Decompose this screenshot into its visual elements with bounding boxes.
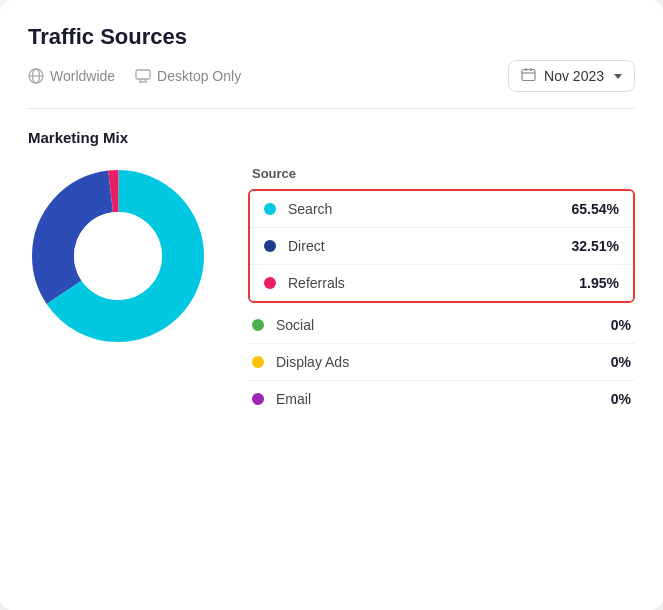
calendar-icon	[521, 67, 536, 85]
direct-label: Direct	[288, 238, 572, 254]
search-label: Search	[288, 201, 572, 217]
referrals-dot	[264, 277, 276, 289]
social-label: Social	[276, 317, 611, 333]
search-value: 65.54%	[572, 201, 619, 217]
desktop-icon	[135, 68, 151, 84]
page-title: Traffic Sources	[28, 24, 635, 50]
social-value: 0%	[611, 317, 631, 333]
filter-left: Worldwide Desktop Only	[28, 68, 241, 84]
display-ads-value: 0%	[611, 354, 631, 370]
date-picker-button[interactable]: Nov 2023	[508, 60, 635, 92]
date-label: Nov 2023	[544, 68, 604, 84]
referrals-value: 1.95%	[579, 275, 619, 291]
referrals-label: Referrals	[288, 275, 579, 291]
direct-value: 32.51%	[572, 238, 619, 254]
svg-rect-3	[136, 70, 150, 79]
legend-row-direct[interactable]: Direct 32.51%	[250, 228, 633, 265]
desktop-label: Desktop Only	[157, 68, 241, 84]
email-dot	[252, 393, 264, 405]
search-dot	[264, 203, 276, 215]
email-value: 0%	[611, 391, 631, 407]
content-area: Source Search 65.54% Direct 32.51% Refer…	[28, 166, 635, 417]
globe-icon	[28, 68, 44, 84]
worldwide-label: Worldwide	[50, 68, 115, 84]
desktop-filter[interactable]: Desktop Only	[135, 68, 241, 84]
legend-container: Source Search 65.54% Direct 32.51% Refer…	[248, 166, 635, 417]
display-ads-dot	[252, 356, 264, 368]
donut-chart	[28, 166, 208, 346]
highlighted-rows: Search 65.54% Direct 32.51% Referrals 1.…	[248, 189, 635, 303]
filter-bar: Worldwide Desktop Only	[28, 60, 635, 109]
legend-row-email[interactable]: Email 0%	[248, 381, 635, 417]
legend-row-display-ads[interactable]: Display Ads 0%	[248, 344, 635, 381]
section-title: Marketing Mix	[28, 129, 635, 146]
legend-row-referrals[interactable]: Referrals 1.95%	[250, 265, 633, 301]
donut-hole	[74, 212, 162, 300]
legend-row-social[interactable]: Social 0%	[248, 307, 635, 344]
chevron-down-icon	[614, 74, 622, 79]
social-dot	[252, 319, 264, 331]
display-ads-label: Display Ads	[276, 354, 611, 370]
direct-dot	[264, 240, 276, 252]
legend-row-search[interactable]: Search 65.54%	[250, 191, 633, 228]
normal-rows: Social 0% Display Ads 0% Email 0%	[248, 307, 635, 417]
email-label: Email	[276, 391, 611, 407]
legend-header: Source	[248, 166, 635, 181]
worldwide-filter[interactable]: Worldwide	[28, 68, 115, 84]
svg-rect-7	[522, 70, 535, 81]
traffic-sources-card: Traffic Sources Worldwide	[0, 0, 663, 610]
